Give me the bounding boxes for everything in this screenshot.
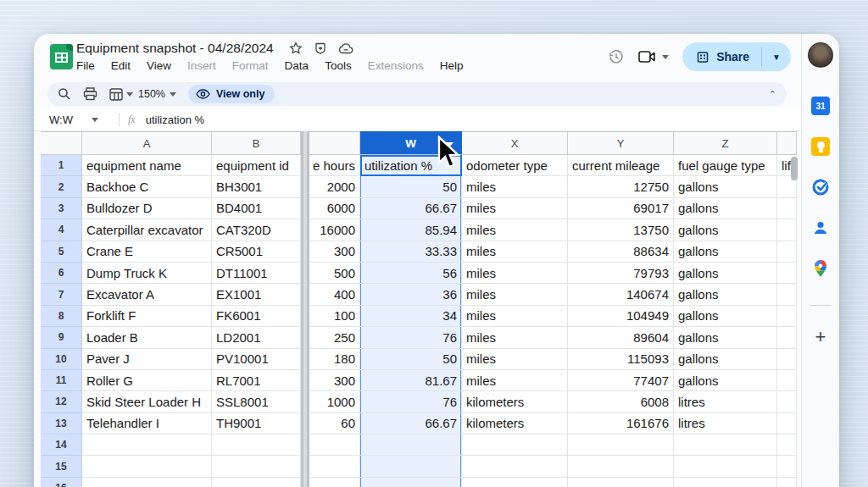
cell[interactable]: 180 xyxy=(309,349,360,370)
cell[interactable] xyxy=(777,263,797,284)
cell[interactable]: Crane E xyxy=(82,241,212,263)
cell[interactable]: 1000 xyxy=(309,391,360,412)
grid-corner-cell[interactable] xyxy=(41,131,82,155)
cell[interactable] xyxy=(360,434,462,456)
cell[interactable]: gallons xyxy=(674,349,777,370)
cell[interactable]: 6008 xyxy=(568,391,674,412)
cell[interactable]: DT11001 xyxy=(212,263,301,284)
cell[interactable]: 66.67 xyxy=(360,413,462,434)
cell[interactable]: 300 xyxy=(309,370,360,391)
print-icon[interactable] xyxy=(83,87,97,101)
column-header-Z[interactable]: Z xyxy=(674,131,777,155)
cell[interactable] xyxy=(674,434,777,456)
search-icon[interactable] xyxy=(58,87,71,101)
cell[interactable] xyxy=(212,478,301,487)
cell[interactable]: 161676 xyxy=(568,413,674,434)
cell[interactable] xyxy=(568,478,674,487)
cell[interactable]: 89604 xyxy=(568,327,674,348)
cell[interactable]: gallons xyxy=(674,306,777,327)
cell[interactable]: current mileage xyxy=(568,155,674,176)
cell[interactable] xyxy=(777,413,797,434)
cell[interactable]: e hours xyxy=(309,155,360,176)
cell[interactable]: 500 xyxy=(309,263,360,284)
cell[interactable] xyxy=(674,456,777,477)
row-header-8[interactable]: 8 xyxy=(41,306,82,327)
cell[interactable]: 12750 xyxy=(568,176,674,197)
cell[interactable]: equipment name xyxy=(82,155,212,176)
cell[interactable]: 300 xyxy=(309,241,360,263)
cell[interactable]: miles xyxy=(462,327,568,348)
row-header-7[interactable]: 7 xyxy=(41,284,82,305)
row-header-2[interactable]: 2 xyxy=(41,176,82,197)
cell[interactable]: RL7001 xyxy=(212,370,301,391)
cell[interactable]: 16000 xyxy=(309,219,360,241)
cell[interactable] xyxy=(360,478,462,487)
cell[interactable]: Loader B xyxy=(82,327,212,348)
cell[interactable] xyxy=(462,434,568,456)
cell[interactable]: fuel gauge type xyxy=(674,155,777,176)
row-header-4[interactable]: 4 xyxy=(41,219,82,241)
row-header-9[interactable]: 9 xyxy=(41,327,82,348)
calendar-icon[interactable]: 31 xyxy=(811,97,830,115)
vertical-scrollbar[interactable] xyxy=(791,157,798,180)
cell[interactable] xyxy=(777,456,797,477)
column-header-Y[interactable]: Y xyxy=(568,131,674,155)
column-header-partial[interactable] xyxy=(309,131,360,155)
cell[interactable]: miles xyxy=(462,306,568,327)
cell[interactable]: Roller G xyxy=(82,370,212,391)
cell[interactable]: 140674 xyxy=(568,284,674,305)
cell[interactable]: 250 xyxy=(309,327,360,348)
menu-item-help[interactable]: Help xyxy=(440,59,464,72)
cell[interactable]: gallons xyxy=(674,327,777,348)
cell[interactable] xyxy=(212,434,301,456)
menu-item-file[interactable]: File xyxy=(76,59,95,72)
cell[interactable]: Bulldozer D xyxy=(82,198,212,219)
cell[interactable]: Telehandler I xyxy=(82,413,212,434)
column-header-W[interactable]: W xyxy=(360,131,462,155)
cell[interactable]: 79793 xyxy=(568,263,674,284)
cell[interactable]: Caterpillar excavator xyxy=(82,219,212,241)
column-header-partial[interactable] xyxy=(777,131,797,155)
row-header-3[interactable]: 3 xyxy=(41,198,82,219)
maps-icon[interactable] xyxy=(811,259,830,278)
cell[interactable] xyxy=(777,241,797,263)
cell[interactable]: 88634 xyxy=(568,241,674,263)
cell[interactable]: 69017 xyxy=(568,198,674,219)
cell[interactable]: 100 xyxy=(309,306,360,327)
cell[interactable]: miles xyxy=(462,349,568,370)
collapse-toolbar-icon[interactable]: ⌃ xyxy=(769,89,776,100)
cell[interactable]: gallons xyxy=(674,241,777,263)
cell[interactable] xyxy=(82,456,212,477)
cell[interactable] xyxy=(777,198,797,219)
menu-item-view[interactable]: View xyxy=(147,59,171,72)
cell[interactable] xyxy=(777,349,797,370)
cell[interactable]: 400 xyxy=(309,284,360,305)
share-button[interactable]: Share ▼ xyxy=(682,42,791,71)
cell[interactable]: CR5001 xyxy=(212,241,301,263)
cell[interactable]: PV10001 xyxy=(212,349,301,370)
cell[interactable]: 77407 xyxy=(568,370,674,391)
cell[interactable]: 56 xyxy=(360,263,462,284)
cell[interactable]: miles xyxy=(462,284,568,305)
cell[interactable]: 81.67 xyxy=(360,370,462,391)
cell[interactable]: litres xyxy=(674,413,777,434)
cell[interactable] xyxy=(212,456,301,477)
cell[interactable]: 85.94 xyxy=(360,219,462,241)
view-only-badge[interactable]: View only xyxy=(188,85,275,103)
add-panel-icon[interactable]: + xyxy=(815,328,826,346)
cell[interactable]: gallons xyxy=(674,284,777,305)
cell[interactable] xyxy=(777,434,797,456)
cell[interactable]: 34 xyxy=(360,306,462,327)
row-header-12[interactable]: 12 xyxy=(41,391,82,412)
cell[interactable]: EX1001 xyxy=(212,284,301,305)
cell[interactable]: miles xyxy=(462,176,568,197)
cell[interactable]: odometer type xyxy=(462,155,568,176)
cell[interactable] xyxy=(777,327,797,348)
cell[interactable] xyxy=(309,434,360,456)
cell[interactable] xyxy=(777,391,797,412)
row-header-10[interactable]: 10 xyxy=(41,349,82,370)
cell[interactable]: 50 xyxy=(360,176,462,197)
tasks-icon[interactable] xyxy=(811,178,830,196)
column-header-A[interactable]: A xyxy=(82,131,212,155)
cell[interactable]: miles xyxy=(462,241,568,263)
